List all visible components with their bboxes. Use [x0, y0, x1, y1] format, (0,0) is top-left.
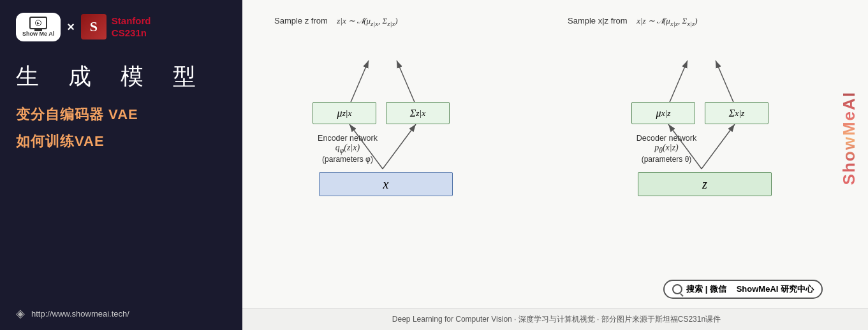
subtitle2: 如何训练VAE — [16, 132, 226, 151]
stanford-s-icon: S — [81, 14, 107, 39]
encoder-mu-box: μz|x — [313, 102, 376, 124]
website-url: http://www.showmeai.tech/ — [31, 309, 129, 319]
svg-line-3 — [349, 61, 369, 105]
search-icon — [672, 284, 682, 294]
decoder-annotation: Sample x|z from x|z ∼ 𝒩(μx|z, Σx|z) — [568, 16, 772, 27]
z-input-box: z — [638, 172, 772, 196]
decoder-network-label: Decoder network pθ(x|z) (parameters θ) — [612, 134, 721, 164]
compass-icon: ◈ — [16, 306, 25, 320]
svg-line-8 — [716, 61, 735, 105]
decoder-sigma-box: Σx|z — [705, 102, 769, 124]
vae-diagram: Sample z from z|x ∼ 𝒩(μz|x, Σz|x) Sample… — [255, 10, 858, 286]
website-area: ◈ http://www.showmeai.tech/ — [16, 306, 226, 320]
encoder-sigma-box: Σz|x — [386, 102, 450, 124]
watermark-text: ShowMeAI — [839, 91, 859, 185]
play-button-icon: ▶ — [35, 20, 41, 26]
left-panel: ▶ Show Me Al × S Stanford CS231n 生 成 模 型… — [0, 0, 242, 330]
main-title: 生 成 模 型 — [16, 61, 226, 92]
encoder-annotation: Sample z from z|x ∼ 𝒩(μz|x, Σz|x) — [274, 16, 453, 27]
monitor-icon: ▶ — [29, 17, 47, 29]
bottom-footer: Deep Learning for Computer Vision · 深度学习… — [242, 308, 868, 330]
decoder-mu-box: μx|z — [631, 102, 695, 124]
stanford-label: Stanford CS231n — [112, 15, 151, 39]
watermark: ShowMeAI — [837, 6, 861, 270]
showmeai-text: Show Me Al — [22, 31, 54, 38]
showmeai-logo: ▶ Show Me Al — [16, 13, 61, 41]
subtitle1: 变分自编码器 VAE — [16, 105, 226, 124]
x-input-box: x — [319, 172, 453, 196]
right-panel: ShowMeAI — [242, 0, 868, 330]
diagram-container: Sample z from z|x ∼ 𝒩(μz|x, Σz|x) Sample… — [255, 10, 829, 201]
svg-line-4 — [397, 61, 416, 105]
diagram-area: ShowMeAI — [242, 0, 868, 308]
logo-area: ▶ Show Me Al × S Stanford CS231n — [16, 13, 226, 41]
footer-text: Deep Learning for Computer Vision · 深度学习… — [255, 314, 858, 325]
x-separator: × — [67, 20, 75, 34]
svg-line-7 — [668, 61, 688, 105]
stanford-logo: S Stanford CS231n — [81, 14, 151, 39]
encoder-network-label: Encoder network qφ(z|x) (parameters φ) — [293, 134, 402, 164]
